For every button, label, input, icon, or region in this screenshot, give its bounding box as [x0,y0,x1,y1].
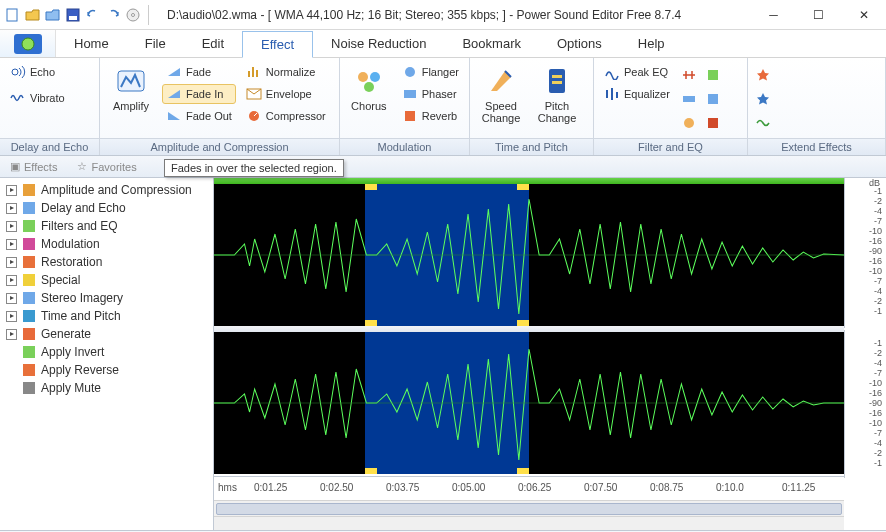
svg-point-17 [405,67,415,77]
flanger-button[interactable]: Flanger [398,62,463,82]
menu-edit[interactable]: Edit [184,30,242,57]
tree-restoration[interactable]: ▸Restoration [2,253,211,271]
effects-tree: ▸Amplitude and Compression▸Delay and Ech… [0,178,214,530]
svg-rect-41 [23,382,35,394]
filter-extra-6[interactable] [704,114,722,132]
svg-rect-9 [248,71,250,77]
svg-rect-23 [611,88,613,100]
extend-3[interactable] [754,114,772,132]
time-ruler[interactable]: hms 0:01.250:02.500:03.750:05.000:06.250… [214,476,844,500]
svg-point-6 [22,38,34,50]
tree-apply-invert[interactable]: Apply Invert [2,343,211,361]
menu-home[interactable]: Home [56,30,127,57]
compressor-button[interactable]: Compressor [242,106,330,126]
maximize-button[interactable]: ☐ [796,0,841,30]
expand-icon[interactable]: ▸ [6,311,17,322]
group-delay-echo: Delay and Echo [0,138,99,155]
svg-rect-33 [23,238,35,250]
amplify-button[interactable]: Amplify [106,62,156,115]
filter-extra-3[interactable] [680,114,698,132]
equalizer-button[interactable]: Equalizer [600,84,674,104]
echo-button[interactable]: Echo [6,62,93,82]
menu-help[interactable]: Help [620,30,683,57]
svg-rect-21 [552,81,562,84]
zoom-scrollbar[interactable] [214,516,844,530]
horizontal-scrollbar[interactable] [214,500,844,516]
fade-in-button[interactable]: Fade In [162,84,236,104]
window-title: D:\audio\02.wma - [ WMA 44,100 Hz; 16 Bi… [157,8,751,22]
pitch-change-button[interactable]: Pitch Change [532,62,582,127]
svg-rect-38 [23,328,35,340]
expand-icon[interactable]: ▸ [6,293,17,304]
qa-undo[interactable] [84,6,102,24]
close-button[interactable]: ✕ [841,0,886,30]
chorus-button[interactable]: Chorus [346,62,392,115]
svg-rect-37 [23,310,35,322]
tab-effects[interactable]: ▣ Effects [0,156,67,177]
qa-redo[interactable] [104,6,122,24]
qa-cd[interactable] [124,6,142,24]
tree-filters-and-eq[interactable]: ▸Filters and EQ [2,217,211,235]
waveform-right[interactable] [214,332,844,474]
expand-icon[interactable]: ▸ [6,185,17,196]
filter-extra-2[interactable] [680,90,698,108]
svg-rect-22 [606,90,608,98]
tree-delay-and-echo[interactable]: ▸Delay and Echo [2,199,211,217]
svg-point-26 [684,118,694,128]
svg-rect-27 [708,70,718,80]
qa-save[interactable] [64,6,82,24]
fade-button[interactable]: Fade [162,62,236,82]
svg-point-14 [358,72,368,82]
expand-icon[interactable]: ▸ [6,257,17,268]
extend-1[interactable] [754,66,772,84]
svg-rect-20 [552,75,562,78]
peak-eq-button[interactable]: Peak EQ [600,62,674,82]
waveform-area[interactable]: dB-1-2-4-7-10-16-90-16-10-7-4-2-1 -1-2-4… [214,178,886,530]
tab-favorites[interactable]: ☆ Favorites [67,156,146,177]
tree-stereo-imagery[interactable]: ▸Stereo Imagery [2,289,211,307]
filter-extra-5[interactable] [704,90,722,108]
expand-icon[interactable]: ▸ [6,275,17,286]
tree-time-and-pitch[interactable]: ▸Time and Pitch [2,307,211,325]
envelope-button[interactable]: Envelope [242,84,330,104]
svg-point-15 [370,72,380,82]
tree-apply-mute[interactable]: Apply Mute [2,379,211,397]
expand-icon[interactable]: ▸ [6,221,17,232]
qa-new[interactable] [4,6,22,24]
svg-rect-2 [69,16,77,20]
expand-icon[interactable]: ▸ [6,239,17,250]
group-extend: Extend Effects [748,138,885,155]
normalize-button[interactable]: Normalize [242,62,330,82]
expand-icon[interactable]: ▸ [6,203,17,214]
expand-icon[interactable]: ▸ [6,329,17,340]
fade-out-button[interactable]: Fade Out [162,106,236,126]
svg-point-7 [12,69,18,75]
qa-open[interactable] [24,6,42,24]
app-icon[interactable] [0,30,56,57]
phaser-button[interactable]: Phaser [398,84,463,104]
tree-apply-reverse[interactable]: Apply Reverse [2,361,211,379]
reverb-button[interactable]: Reverb [398,106,463,126]
tree-amplitude-and-compression[interactable]: ▸Amplitude and Compression [2,181,211,199]
qa-open2[interactable] [44,6,62,24]
filter-extra-4[interactable] [704,66,722,84]
svg-point-16 [364,82,374,92]
waveform-left[interactable] [214,184,844,326]
extend-2[interactable] [754,90,772,108]
menu-noise-reduction[interactable]: Noise Reduction [313,30,444,57]
speed-change-button[interactable]: Speed Change [476,62,526,127]
tree-generate[interactable]: ▸Generate [2,325,211,343]
menu-bookmark[interactable]: Bookmark [444,30,539,57]
tree-special[interactable]: ▸Special [2,271,211,289]
menu-file[interactable]: File [127,30,184,57]
tooltip: Fades in over the selected region. [164,159,344,177]
menu-options[interactable]: Options [539,30,620,57]
svg-rect-11 [256,70,258,77]
vibrato-button[interactable]: Vibrato [6,88,93,108]
menu-effect[interactable]: Effect [242,31,313,58]
minimize-button[interactable]: ─ [751,0,796,30]
filter-extra-1[interactable] [680,66,698,84]
tree-modulation[interactable]: ▸Modulation [2,235,211,253]
svg-point-4 [132,13,135,16]
svg-rect-30 [23,184,35,196]
